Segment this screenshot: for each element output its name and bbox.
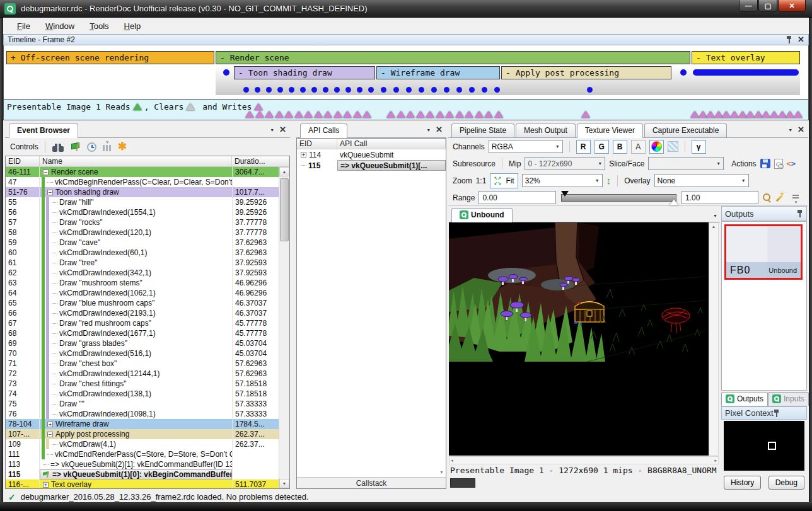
outputs-pin-icon[interactable]: [797, 210, 803, 217]
write-event-triangle[interactable]: [494, 111, 503, 118]
range-min-input[interactable]: 0.00: [478, 191, 555, 204]
write-event-triangle[interactable]: [304, 111, 313, 118]
event-browser-columns[interactable]: EID Name Duratio...: [6, 156, 289, 167]
alpha-background-icon[interactable]: [668, 141, 678, 152]
timeline-close-icon[interactable]: ✕: [798, 37, 804, 43]
write-event-triangle[interactable]: [426, 111, 434, 118]
write-event-triangle[interactable]: [581, 111, 590, 118]
expand-icon[interactable]: +: [43, 482, 49, 488]
range-slider[interactable]: [561, 192, 676, 204]
timeline-draw-dot[interactable]: [345, 87, 351, 93]
texture-viewer-menu-icon[interactable]: ▼: [788, 128, 792, 132]
zoom-level-combo[interactable]: 32%▼: [522, 174, 603, 187]
event-browser-scrollbar[interactable]: ▲ ▼: [279, 167, 289, 488]
event-row[interactable]: 63Draw "mushroom stems"46.96296: [6, 278, 279, 288]
event-row[interactable]: 59Draw "cave"37.62963: [6, 238, 279, 248]
write-event-triangle[interactable]: [475, 111, 484, 118]
tab-mesh-output[interactable]: Mesh Output: [516, 123, 576, 137]
write-event-triangle[interactable]: [323, 111, 332, 118]
callstack-section[interactable]: Callstack: [297, 477, 446, 488]
jump-to-bookmark-icon[interactable]: [71, 142, 81, 152]
timeline-draw-dot[interactable]: [300, 87, 306, 93]
expand-icon[interactable]: +: [301, 152, 306, 158]
timeline-event-dot[interactable]: [680, 69, 687, 76]
timeline-draw-dot[interactable]: [494, 87, 500, 93]
select-columns-icon[interactable]: [103, 142, 112, 151]
write-event-triangle[interactable]: [416, 111, 425, 118]
event-row[interactable]: 55Draw "hill"39.25926: [6, 197, 279, 207]
fit-button[interactable]: ↖↗↙↘ Fit: [490, 173, 518, 188]
write-event-triangle[interactable]: [362, 111, 371, 118]
event-row[interactable]: 76vkCmdDrawIndexed(1098,1)57.33333: [6, 409, 279, 419]
scrollbar-thumb[interactable]: [280, 178, 289, 241]
tab-pipeline-state[interactable]: Pipeline State: [451, 123, 514, 137]
api-calls-close-icon[interactable]: ✕: [436, 127, 443, 133]
view-code-icon[interactable]: [787, 159, 796, 168]
event-row[interactable]: 69Draw "grass blades"45.03704: [6, 338, 279, 348]
texture-viewport[interactable]: [449, 222, 709, 456]
event-row[interactable]: 107-...−Apply post processing262.37...: [6, 429, 279, 439]
event-row[interactable]: 64vkCmdDrawIndexed(1062,1)46.96296: [6, 288, 279, 298]
event-browser-close-icon[interactable]: ✕: [279, 127, 286, 133]
write-event-triangle[interactable]: [284, 111, 293, 118]
write-event-triangle[interactable]: [794, 111, 803, 118]
channels-combo[interactable]: RGBA▼: [489, 140, 563, 153]
event-row[interactable]: 62vkCmdDrawIndexed(342,1)37.92593: [6, 268, 279, 278]
blue-channel-button[interactable]: B: [613, 140, 627, 154]
write-event-triangle[interactable]: [265, 111, 274, 118]
menu-item-help[interactable]: Help: [117, 19, 149, 33]
tab-capture-executable[interactable]: Capture Executable: [644, 123, 727, 137]
event-row[interactable]: 75Draw ""57.33333: [6, 399, 279, 409]
collapse-icon[interactable]: −: [47, 190, 53, 195]
range-track[interactable]: [561, 194, 676, 202]
timeline-body[interactable]: Presentable Image 1 Reads , Clears and W…: [3, 45, 809, 120]
event-row[interactable]: 72vkCmdDrawIndexed(12144,1)57.62963: [6, 369, 279, 379]
mip-combo[interactable]: 0 - 1272x690▼: [525, 157, 605, 170]
open-link-icon[interactable]: [774, 159, 783, 169]
event-row[interactable]: 65Draw "blue mushroom caps"46.37037: [6, 298, 279, 308]
write-event-triangle[interactable]: [314, 111, 323, 118]
write-event-triangle[interactable]: [334, 111, 342, 118]
write-event-triangle[interactable]: [406, 111, 415, 118]
event-row[interactable]: 57Draw "rocks"37.77778: [6, 217, 279, 227]
timeline-draw-dot[interactable]: [357, 87, 362, 93]
event-row[interactable]: 67Draw "red mushroom caps"45.77778: [6, 318, 279, 328]
alpha-channel-button[interactable]: A: [631, 140, 646, 154]
timeline-draw-dot[interactable]: [311, 87, 317, 93]
sidebar-tab-inputs[interactable]: Inputs: [768, 392, 809, 406]
timeline-pin-icon[interactable]: [786, 36, 792, 43]
timeline-draw-dot[interactable]: [368, 87, 374, 93]
write-event-triangle[interactable]: [343, 111, 352, 118]
collapse-icon[interactable]: −: [47, 432, 53, 437]
tab-event-browser[interactable]: Event Browser: [9, 123, 78, 138]
write-event-triangle[interactable]: [436, 111, 444, 118]
autofit-wand-icon[interactable]: [775, 193, 784, 202]
api-calls-columns[interactable]: EID API Call: [297, 139, 446, 149]
menu-item-file[interactable]: File: [9, 19, 38, 33]
timeline-draw-dot[interactable]: [266, 87, 272, 93]
event-row[interactable]: 56vkCmdDrawIndexed(1554,1)39.25926: [6, 207, 279, 217]
debug-button[interactable]: Debug: [768, 476, 804, 490]
save-texture-icon[interactable]: [760, 159, 770, 168]
maximize-button[interactable]: ▢: [758, 0, 777, 12]
event-row[interactable]: 66vkCmdDrawIndexed(2193,1)46.37037: [6, 308, 279, 318]
pixel-context-pin-icon[interactable]: [774, 410, 780, 417]
scroll-down-icon[interactable]: ▼: [279, 479, 289, 488]
menu-item-window[interactable]: Window: [38, 19, 82, 33]
pixel-context-header[interactable]: Pixel Context: [721, 406, 807, 420]
write-event-triangle[interactable]: [397, 111, 405, 118]
event-row[interactable]: 68vkCmdDrawIndexed(1677,1)45.77778: [6, 328, 279, 338]
viewport-scroll-right-icon[interactable]: ▸: [714, 458, 717, 463]
event-row[interactable]: 111vkCmdEndRenderPass(C=Store, D=Store, …: [6, 449, 279, 459]
bookmark-icon[interactable]: [118, 142, 127, 152]
timeline-marker-bar[interactable]: - Apply post processing: [501, 66, 671, 79]
range-max-input[interactable]: 1.00: [682, 191, 758, 204]
write-event-triangle[interactable]: [245, 111, 254, 118]
write-event-triangle[interactable]: [294, 111, 303, 118]
write-event-triangle[interactable]: [455, 111, 464, 118]
timeline-draw-dot[interactable]: [334, 87, 340, 93]
event-row[interactable]: 71Draw "chest box"57.62963: [6, 359, 279, 369]
event-row[interactable]: 113=> vkQueueSubmit(2)[1]: vkEndCommandB…: [6, 459, 279, 469]
timeline-draw-dot[interactable]: [444, 87, 450, 93]
event-row[interactable]: 70vkCmdDrawIndexed(516,1)45.03704: [6, 348, 279, 359]
